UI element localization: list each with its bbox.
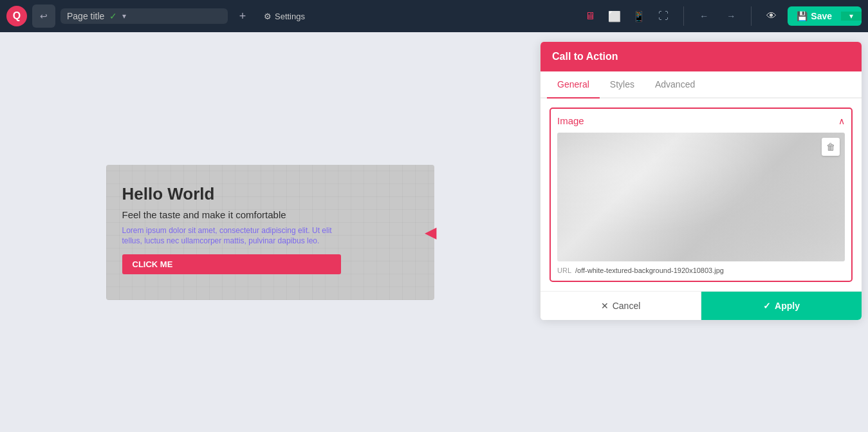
view-mode-icons: 🖥 ⬜ 📱 ⛶ xyxy=(579,5,674,27)
widget-cta-button[interactable]: CLICK ME xyxy=(122,254,341,274)
apply-button[interactable]: ✓ Apply xyxy=(701,292,862,320)
main-area: Hello World Feel the taste and make it c… xyxy=(0,32,868,432)
add-page-button[interactable]: + xyxy=(233,6,252,26)
image-delete-button[interactable]: 🗑 xyxy=(822,138,840,156)
save-button-group: 💾 Save ▾ xyxy=(788,6,862,26)
eye-icon: 👁 xyxy=(766,10,777,22)
save-disk-icon: 💾 xyxy=(797,11,808,21)
title-check-icon: ✓ xyxy=(109,11,117,21)
desktop-view-button[interactable]: 🖥 xyxy=(579,5,601,27)
widget-content: Hello World Feel the taste and make it c… xyxy=(122,184,341,275)
panel-body: Image ∧ 🗑 URL /off-white-textured-backgr… xyxy=(540,99,862,291)
trash-icon: 🗑 xyxy=(826,142,835,152)
navbar: Q ↩ Page title ✓ ▾ + ⚙ Settings 🖥 ⬜ 📱 ⛶ … xyxy=(0,0,868,32)
arrow-pointer: ◀ xyxy=(425,223,436,241)
redo-button[interactable]: → xyxy=(720,5,742,27)
widget-card: Hello World Feel the taste and make it c… xyxy=(106,165,434,300)
preview-button[interactable]: 👁 xyxy=(761,5,782,27)
expand-view-button[interactable]: ⛶ xyxy=(652,5,674,27)
image-section-chevron-icon[interactable]: ∧ xyxy=(838,116,845,126)
cancel-icon: ✕ xyxy=(601,301,609,311)
panel-title: Call to Action xyxy=(552,51,618,62)
page-title: Page title xyxy=(67,11,104,21)
image-section-title: Image xyxy=(557,115,584,126)
image-section: Image ∧ 🗑 URL /off-white-textured-backgr… xyxy=(549,108,853,282)
panel-tabs: General Styles Advanced xyxy=(540,71,862,99)
tab-advanced[interactable]: Advanced xyxy=(645,71,705,99)
panel-footer: ✕ Cancel ✓ Apply xyxy=(540,291,862,320)
tab-general[interactable]: General xyxy=(547,71,600,99)
settings-icon: ⚙ xyxy=(264,12,272,21)
page-title-area[interactable]: Page title ✓ ▾ xyxy=(60,8,228,24)
tablet-view-button[interactable]: ⬜ xyxy=(604,5,625,27)
title-dropdown-button[interactable]: ▾ xyxy=(122,12,126,21)
image-preview[interactable]: 🗑 xyxy=(557,133,845,261)
image-section-header: Image ∧ xyxy=(557,115,845,126)
widget-body-text: Lorem ipsum dolor sit amet, consectetur … xyxy=(122,225,341,247)
divider xyxy=(683,6,684,26)
canvas-area: Hello World Feel the taste and make it c… xyxy=(0,32,540,432)
mobile-view-button[interactable]: 📱 xyxy=(628,5,650,27)
undo-button[interactable]: ← xyxy=(693,5,715,27)
right-panel: Call to Action General Styles Advanced I… xyxy=(540,42,862,320)
widget-title: Hello World xyxy=(122,184,341,204)
save-dropdown-button[interactable]: ▾ xyxy=(841,12,862,21)
image-url-row: URL /off-white-textured-background-1920x… xyxy=(557,267,845,274)
tab-styles[interactable]: Styles xyxy=(600,71,645,99)
save-main-button[interactable]: 💾 Save xyxy=(788,6,841,26)
logo: Q xyxy=(6,6,27,26)
widget-subtitle: Feel the taste and make it comfortable xyxy=(122,209,341,220)
apply-check-icon: ✓ xyxy=(763,301,771,311)
settings-button[interactable]: ⚙ Settings xyxy=(257,9,311,24)
url-value: /off-white-textured-background-1920x1080… xyxy=(575,267,724,274)
back-button[interactable]: ↩ xyxy=(32,5,55,28)
cancel-button[interactable]: ✕ Cancel xyxy=(540,292,701,320)
divider2 xyxy=(751,6,752,26)
panel-header: Call to Action xyxy=(540,42,862,71)
url-label: URL xyxy=(557,267,571,274)
